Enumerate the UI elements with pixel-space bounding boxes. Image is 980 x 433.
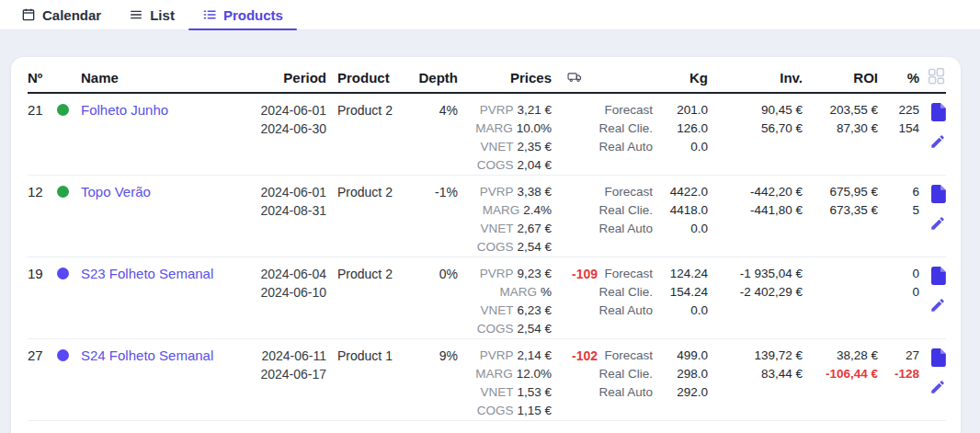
- edit-pencil-icon[interactable]: [929, 215, 946, 232]
- tab-calendar[interactable]: Calendar: [7, 0, 115, 29]
- roi-value: 203,55 €: [803, 101, 878, 120]
- header-roi: ROI: [803, 70, 878, 85]
- table-row: 21Folheto Junho2024-06-012024-06-30Produ…: [28, 94, 946, 176]
- roi-cell: [803, 265, 878, 338]
- roi-cell: 203,55 €87,30 €: [803, 101, 878, 175]
- price-label: COGS: [477, 240, 514, 254]
- price-label: COGS: [477, 322, 514, 336]
- edit-pencil-icon[interactable]: [929, 297, 946, 313]
- inv-value: -442,20 €: [708, 183, 803, 201]
- row-number: 21: [28, 101, 53, 175]
- product-cell: Product 1: [326, 347, 409, 420]
- depth-cell: 4%: [409, 101, 458, 175]
- inv-cell: -1 935,04 €-2 402,29 €: [708, 265, 803, 338]
- pct-value: 225: [878, 101, 919, 120]
- header-depth: Depth: [409, 70, 458, 85]
- status-cell: [53, 265, 81, 338]
- edit-pencil-icon[interactable]: [929, 133, 946, 150]
- tab-products[interactable]: Products: [188, 0, 297, 29]
- inv-value: [708, 383, 803, 402]
- alert-value: -102: [552, 347, 598, 365]
- period-cell: 2024-06-012024-08-31: [234, 183, 326, 256]
- promotion-name-link[interactable]: Topo Verão: [81, 184, 151, 199]
- price-label: VNET: [480, 222, 513, 235]
- pct-value: 5: [878, 201, 919, 220]
- price-line: PVRP9,23 €: [458, 265, 552, 283]
- table-body: 21Folheto Junho2024-06-012024-06-30Produ…: [28, 94, 946, 421]
- roi-value: [803, 138, 878, 156]
- period-cell: 2024-06-112024-06-17: [234, 347, 326, 420]
- roi-value: [803, 265, 878, 283]
- row-number: 27: [28, 347, 53, 420]
- promotion-name-link[interactable]: S23 Folheto Semanal: [81, 266, 213, 281]
- status-cell: [53, 101, 81, 175]
- kg-value: 201.0: [653, 101, 708, 120]
- kg-value: 292.0: [653, 383, 708, 402]
- inv-value: [708, 302, 803, 320]
- price-value: 1,53 €: [517, 385, 552, 399]
- price-value: %: [541, 285, 552, 299]
- roi-value: 675,95 €: [803, 183, 878, 201]
- price-value: 3,38 €: [517, 185, 552, 199]
- row-actions: [919, 101, 946, 175]
- price-line: VNET2,35 €: [458, 138, 552, 156]
- metric-labels-cell: ForecastReal Clie.Real Auto: [598, 183, 653, 256]
- pct-value: 27: [878, 347, 919, 365]
- tab-list[interactable]: List: [115, 0, 188, 29]
- header-kg: Kg: [653, 70, 708, 85]
- roi-value: 38,28 €: [803, 347, 878, 365]
- truck-icon: [567, 70, 583, 85]
- inv-cell: 90,45 €56,70 €: [708, 101, 803, 175]
- kg-cell: 499.0298.0292.0: [653, 347, 708, 420]
- inv-cell: 139,72 €83,44 €: [708, 347, 803, 420]
- promotion-name-link[interactable]: Folheto Junho: [81, 102, 168, 118]
- promotion-name-link[interactable]: S24 Folheto Semanal: [81, 348, 213, 363]
- metric-label: Real Auto: [598, 383, 653, 402]
- document-icon[interactable]: [930, 267, 946, 285]
- pct-value: [878, 220, 919, 238]
- document-icon[interactable]: [930, 185, 946, 203]
- price-value: 6,23 €: [517, 303, 552, 317]
- price-line: MARG10.0%: [458, 120, 552, 138]
- price-line: PVRP3,21 €: [458, 101, 552, 120]
- document-icon[interactable]: [930, 103, 946, 121]
- inv-value: [708, 138, 803, 156]
- pct-cell: 00: [878, 265, 919, 338]
- kg-value: 298.0: [653, 365, 708, 383]
- price-value: 2,04 €: [517, 158, 552, 172]
- calendar-icon: [21, 7, 36, 22]
- pct-value: [878, 383, 919, 402]
- price-line: VNET2,67 €: [458, 220, 552, 238]
- kg-value: 126.0: [653, 120, 708, 138]
- depth-cell: 9%: [409, 347, 458, 420]
- kg-cell: 4422.04418.00.0: [653, 183, 708, 256]
- price-label: PVRP: [480, 267, 514, 280]
- edit-pencil-icon[interactable]: [929, 379, 946, 395]
- kg-cell: 201.0126.00.0: [653, 101, 708, 175]
- price-label: MARG: [475, 367, 513, 381]
- roi-value: 87,30 €: [803, 120, 878, 138]
- metric-label: Forecast: [598, 347, 653, 365]
- header-name: Name: [81, 70, 234, 85]
- roi-value: -106,44 €: [803, 365, 878, 383]
- name-cell: S24 Folheto Semanal: [81, 347, 234, 420]
- kg-cell: 124.24154.240.0: [653, 265, 708, 338]
- period-date: 2024-06-01: [234, 101, 326, 120]
- document-icon[interactable]: [930, 348, 946, 367]
- metric-labels-cell: ForecastReal Clie.Real Auto: [598, 347, 653, 420]
- pct-cell: 27-128: [878, 347, 919, 420]
- metric-label: Real Auto: [598, 302, 653, 320]
- status-dot: [57, 104, 69, 116]
- price-line: VNET6,23 €: [458, 302, 552, 320]
- price-value: 12.0%: [517, 367, 552, 381]
- price-label: VNET: [480, 303, 513, 317]
- period-cell: 2024-06-012024-06-30: [234, 101, 326, 175]
- promotions-card: Nº Name Period Product Depth Prices Kg I…: [11, 57, 961, 433]
- price-label: PVRP: [480, 103, 514, 117]
- depth-cell: -1%: [409, 183, 458, 256]
- name-cell: Folheto Junho: [81, 101, 234, 175]
- alert-value: -109: [552, 265, 598, 283]
- header-columns-button[interactable]: [919, 66, 946, 85]
- price-label: MARG: [475, 121, 513, 135]
- prices-cell: PVRP3,38 €MARG2.4%VNET2,67 €COGS2,54 €: [458, 183, 552, 256]
